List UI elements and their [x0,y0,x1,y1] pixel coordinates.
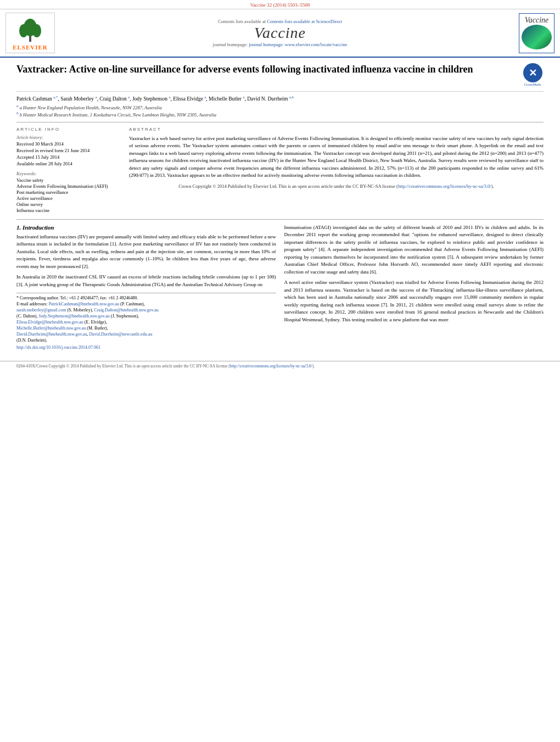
sciencedirect-link: Contents lists available at Contents lis… [55,19,505,24]
doi-link: http://dx.doi.org/10.1016/j.vaccine.2014… [16,345,276,350]
received-date: Received 30 March 2014 [16,141,121,147]
right-para-1: Immunisation (ATAGI) investigated data o… [284,224,544,276]
journal-header: ELSEVIER Contents lists available at Con… [0,9,560,58]
keyword-5: Online survey [16,202,121,207]
email-2: sarah.moberley@gmail.com (S. Moberley), … [16,308,276,313]
journal-cover-image [522,25,552,49]
keywords-label: Keywords: [16,171,121,176]
right-body-column: Immunisation (ATAGI) investigated data o… [284,224,544,352]
keyword-4: Active surveillance [16,196,121,201]
right-body-text: Immunisation (ATAGI) investigated data o… [284,224,544,324]
intro-para-1: Inactivated influenza vaccines (IIV) are… [16,233,276,271]
journal-logo-title: Vaccine [522,16,552,25]
intro-para-2: In Australia in 2010 the inactivated CSL… [16,274,276,288]
main-content: Vaxtracker: Active on-line surveillance … [0,58,560,356]
svg-point-2 [19,24,28,37]
keyword-6: Influenza vaccine [16,208,121,213]
introduction-column: 1. Introduction Inactivated influenza va… [16,224,276,352]
elsevier-tree-icon [14,15,47,43]
footnotes: * Corresponding author. Tel.: +61 2 4924… [16,293,276,350]
article-title: Vaxtracker: Active on-line surveillance … [16,63,516,76]
affiliation-b: b b Hunter Medical Research Institute, 1… [16,111,544,118]
received-revised-date: Received in revised form 21 June 2014 [16,148,121,153]
keywords-block: Keywords: Vaccine safety Adverse Events … [16,171,121,213]
citation-text: Vaccine 32 (2014) 5503–5508 [250,2,310,8]
email-5: Michelle.Butler@hnehealth.nsw.gov.au (M.… [16,326,276,331]
authors: Patrick Cashman a,*, Sarah Moberley a, C… [16,95,544,102]
journal-center: Contents lists available at Contents lis… [55,19,505,47]
crossmark-icon: ✕ [523,63,542,82]
copyright-text: Crown Copyright © 2014 Published by Else… [129,183,544,190]
email-label: E-mail addresses: PatrickCashman@hneheal… [16,302,276,306]
article-title-section: Vaxtracker: Active on-line surveillance … [16,63,544,92]
body-section: 1. Introduction Inactivated influenza va… [16,219,544,352]
abstract-body: Vaxtracker is a web based survey for act… [129,135,544,180]
keyword-3: Post marketing surveillance [16,189,121,195]
affiliations: a a Hunter New England Population Health… [16,104,544,118]
email-6: David.Durrheim@hnehealth.nsw.gov.au, Dav… [16,332,276,337]
email-4: Elissa.Elvidge@hnehealth.nsw.gov.au (E. … [16,320,276,325]
article-info-abstract-section: ARTICLE INFO Article history: Received 3… [16,122,544,214]
corresponding-author: * Corresponding author. Tel.: +61 2 4924… [16,295,276,300]
journal-logo-box: Vaccine [505,13,555,53]
introduction-title: 1. Introduction [16,224,276,231]
elsevier-wordmark: ELSEVIER [9,44,51,51]
article-history: Article history: Received 30 March 2014 … [16,135,121,166]
accepted-date: Accepted 15 July 2014 [16,154,121,160]
homepage-link: journal homepage: journal homepage: www.… [55,42,505,47]
article-info-header: ARTICLE INFO [16,127,121,132]
crossmark: ✕ CrossMark [522,63,544,87]
abstract-column: ABSTRACT Vaxtracker is a web based surve… [129,127,544,214]
right-para-2: A novel active online surveillance syste… [284,279,544,323]
journal-citation: Vaccine 32 (2014) 5503–5508 [0,0,560,9]
crossmark-label: CrossMark [522,82,544,87]
abstract-header: ABSTRACT [129,127,544,132]
journal-name: Vaccine [55,24,505,42]
affiliation-a: a a Hunter New England Population Health… [16,104,544,110]
svg-point-3 [32,24,41,37]
article-info-column: ARTICLE INFO Article history: Received 3… [16,127,121,214]
email-7: (D.N. Durrheim). [16,338,276,343]
keyword-1: Vaccine safety [16,177,121,183]
abstract-text: Vaxtracker is a web based survey for act… [129,135,544,190]
keyword-2: Adverse Events Following Immunisation (A… [16,183,121,189]
history-label: Article history: [16,135,121,140]
introduction-text: Inactivated influenza vaccines (IIV) are… [16,233,276,289]
email-3: (C. Dalton), Jody.Stephenson@hnehealth.n… [16,314,276,319]
elsevier-logo: ELSEVIER [5,13,55,53]
available-online-date: Available online 28 July 2014 [16,161,121,166]
keywords-list: Vaccine safety Adverse Events Following … [16,177,121,213]
bottom-bar: 0264-410X/Crown Copyright © 2014 Publish… [0,361,560,371]
